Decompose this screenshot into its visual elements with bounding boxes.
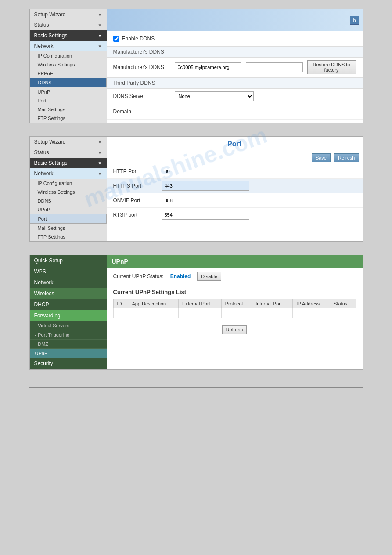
http-port-input[interactable] [162,167,249,176]
upnp-status-label: Current UPnP Status: [113,273,164,279]
domain-row: Domain [107,104,363,120]
manufacturers-ddns-section: Manufacturer's DDNS [107,46,363,58]
restore-ddns-btn[interactable]: Restore DDNS to factory [307,60,356,74]
col-status: Status [330,299,356,308]
top-button[interactable]: b [350,16,359,25]
domain-input[interactable] [175,107,284,116]
sidebar-sub-port[interactable]: Port [30,96,107,105]
sidebar2-network[interactable]: Network ▼ [30,168,107,179]
table-row [113,308,356,318]
col-protocol: Protocol [221,299,252,308]
third-party-section: Third Party DDNS [107,77,363,89]
sidebar3-security[interactable]: Security [30,358,107,369]
port-save-btn[interactable]: Save [312,153,331,162]
sidebar2-sub-upnp[interactable]: UPnP [30,205,107,214]
col-int-port: Internal Port [252,299,293,308]
port-title: Port [107,137,363,152]
https-port-label: HTTPS Port [113,183,157,189]
http-port-row: HTTP Port [107,164,363,179]
port-refresh-btn[interactable]: Refresh [334,153,359,162]
enable-ddns-checkbox[interactable] [113,36,119,42]
upnp-refresh-row: Refresh [107,322,363,337]
sidebar-item-status[interactable]: Status ▼ [30,20,107,30]
sidebar2-sub-ip[interactable]: IP Configuration [30,179,107,188]
sidebar3-dhcp[interactable]: DHCP [30,299,107,310]
page-container: manualshin⁠e.com Setup Wizard ▼ Status ▼… [9,9,383,388]
https-port-input[interactable] [162,181,249,191]
onvif-port-input[interactable] [162,196,249,205]
sidebar3-sub-upnp[interactable]: UPnP [30,349,107,358]
ddns-server-select[interactable]: None [175,91,254,101]
arrow-icon: ▼ [98,23,102,28]
sidebar2-sub-port[interactable]: Port [30,214,107,224]
manufacturers-ddns-extra-input[interactable] [246,62,303,72]
arrow-icon: ▼ [98,33,102,38]
col-id: ID [113,299,128,308]
sidebar3-quick-setup[interactable]: Quick Setup [30,255,107,266]
sidebar3-sub-dmz[interactable]: - DMZ [30,340,107,349]
arrow-icon: ▼ [98,150,102,155]
upnp-main-content: UPnP Current UPnP Status: Enabled Disabl… [107,255,363,369]
sidebar3-sub-virtual-servers[interactable]: - Virtual Servers [30,321,107,330]
rtsp-port-row: RTSP port [107,208,363,222]
sidebar3-sub-port-triggering[interactable]: - Port Triggering [30,330,107,340]
col-app-desc: App Description [128,299,179,308]
arrow-icon: ▼ [98,171,102,176]
col-ext-port: External Port [179,299,222,308]
upnp-status-value: Enabled [170,273,191,279]
sidebar2-sub-wireless[interactable]: Wireless Settings [30,188,107,196]
sidebar3-wps[interactable]: WPS [30,266,107,277]
panel-port: Setup Wizard ▼ Status ▼ Basic Settings ▼… [29,136,363,242]
sidebar2-sub-ddns[interactable]: DDNS [30,196,107,205]
upnp-table-section: Current UPnP Settings List ID App Descri… [107,285,363,322]
onvif-port-row: ONVIF Port [107,193,363,208]
upnp-status-row: Current UPnP Status: Enabled Disable [107,268,363,285]
upnp-settings-list-title: Current UPnP Settings List [113,289,356,295]
arrow-icon: ▼ [98,161,102,166]
sidebar2-sub-mail[interactable]: Mail Settings [30,224,107,232]
sidebar3-wireless[interactable]: Wireless [30,288,107,299]
ddns-server-row: DDNS Server None [107,89,363,104]
port-main-content: Port Save Refresh HTTP Port HTTPS Port O… [107,137,363,241]
sidebar-item-network[interactable]: Network ▼ [30,41,107,51]
upnp-disable-btn[interactable]: Disable [197,272,221,281]
port-toolbar: Save Refresh [107,152,363,164]
upnp-title: UPnP [107,255,363,268]
upnp-refresh-btn[interactable]: Refresh [222,325,247,334]
http-port-label: HTTP Port [113,168,157,174]
onvif-port-label: ONVIF Port [113,197,157,203]
sidebar3-network[interactable]: Network [30,277,107,288]
domain-label: Domain [113,109,170,115]
sidebar2-basic-settings[interactable]: Basic Settings ▼ [30,158,107,168]
sidebar-item-basic-settings[interactable]: Basic Settings ▼ [30,30,107,41]
sidebar-ddns: Setup Wizard ▼ Status ▼ Basic Settings ▼… [30,9,107,123]
sidebar-item-setup-wizard[interactable]: Setup Wizard ▼ [30,9,107,20]
panel-ddns: Setup Wizard ▼ Status ▼ Basic Settings ▼… [29,9,363,123]
panel-upnp: Quick Setup WPS Network Wireless DHCP Fo… [29,255,363,370]
manufacturers-ddns-input[interactable] [175,62,241,72]
sidebar-sub-wireless[interactable]: Wireless Settings [30,60,107,69]
enable-ddns-label: Enable DDNS [122,36,155,42]
arrow-icon: ▼ [98,12,102,17]
sidebar2-setup-wizard[interactable]: Setup Wizard ▼ [30,137,107,147]
enable-ddns-row: Enable DDNS [107,31,363,46]
bottom-divider [29,387,363,388]
sidebar-sub-mail[interactable]: Mail Settings [30,105,107,114]
sidebar-port: Setup Wizard ▼ Status ▼ Basic Settings ▼… [30,137,107,241]
rtsp-port-input[interactable] [162,210,249,220]
ddns-server-label: DDNS Server [113,93,170,99]
sidebar-sub-ftp[interactable]: FTP Settings [30,114,107,123]
arrow-icon: ▼ [98,140,102,145]
sidebar-upnp: Quick Setup WPS Network Wireless DHCP Fo… [30,255,107,369]
sidebar-sub-ip-config[interactable]: IP Configuration [30,51,107,60]
arrow-icon: ▼ [98,44,102,49]
sidebar3-forwarding[interactable]: Forwarding [30,310,107,321]
ddns-main-content: b Enable DDNS Manufacturer's DDNS Manufa… [107,9,363,123]
sidebar-sub-ddns[interactable]: DDNS [30,78,107,87]
sidebar-sub-pppoe[interactable]: PPPoE [30,69,107,78]
manufacturers-ddns-row: Manufacturer's DDNS Restore DDNS to fact… [107,58,363,77]
sidebar2-status[interactable]: Status ▼ [30,147,107,158]
sidebar-sub-upnp[interactable]: UPnP [30,87,107,96]
sidebar2-sub-ftp[interactable]: FTP Settings [30,232,107,241]
upnp-table: ID App Description External Port Protoco… [113,299,356,318]
